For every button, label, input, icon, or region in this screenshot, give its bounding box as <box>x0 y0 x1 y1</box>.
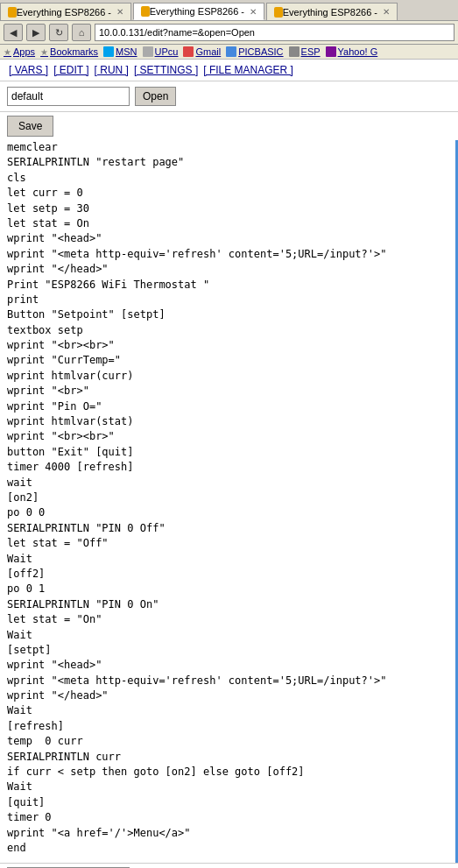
nav-settings[interactable]: [ SETTINGS ] <box>132 63 200 77</box>
bm-picbasic-icon <box>226 46 236 57</box>
bm-yahoo-icon <box>326 46 336 57</box>
bm-yahoo[interactable]: Yahoo! G <box>326 46 378 57</box>
bm-esp-label: ESP <box>301 46 321 57</box>
bm-msn[interactable]: MSN <box>103 46 137 57</box>
nav-run[interactable]: [ RUN ] <box>93 63 130 77</box>
bm-esp[interactable]: ESP <box>289 46 321 57</box>
nav-vars[interactable]: [ VARS ] <box>7 63 50 77</box>
browser-tab-2[interactable]: Everything ESP8266 - ✕ <box>133 3 264 20</box>
bookmarks-bar: ★ Apps ★ Bookmarks MSN UPcu Gmail PICBAS… <box>0 45 458 60</box>
back-button[interactable]: ◀ <box>4 24 23 41</box>
bm-msn-label: MSN <box>116 46 137 57</box>
nav-bar: [ VARS ] [ EDIT ] [ RUN ] [ SETTINGS ] [… <box>0 60 458 81</box>
bm-upcu-label: UPcu <box>155 46 179 57</box>
home-button[interactable]: ⌂ <box>72 24 91 41</box>
open-section: Open <box>0 81 458 112</box>
bm-bookmarks-label: Bookmarks <box>50 46 98 57</box>
tab-close-3[interactable]: ✕ <box>383 7 390 17</box>
save-section: Save <box>0 112 458 140</box>
browser-tab-1[interactable]: Everything ESP8266 - ✕ <box>0 3 131 20</box>
browser-toolbar: ◀ ▶ ↻ ⌂ <box>0 21 458 45</box>
tab-label-2: Everything ESP8266 - <box>150 6 244 17</box>
forward-button[interactable]: ▶ <box>26 24 46 41</box>
browser-tabs: Everything ESP8266 - ✕ Everything ESP826… <box>0 0 458 21</box>
tab-favicon-1 <box>8 7 17 18</box>
bm-star-icon: ★ <box>4 47 11 57</box>
tab-close-2[interactable]: ✕ <box>250 7 257 17</box>
bm-star-icon-2: ★ <box>40 47 48 57</box>
bm-bookmarks[interactable]: ★ Bookmarks <box>40 46 98 57</box>
page-content: [ VARS ] [ EDIT ] [ RUN ] [ SETTINGS ] [… <box>0 60 458 868</box>
bm-apps-label: Apps <box>13 46 35 57</box>
bm-upcu-icon <box>143 46 153 57</box>
bm-upcu[interactable]: UPcu <box>143 46 179 57</box>
address-bar[interactable] <box>95 24 454 41</box>
tab-label-1: Everything ESP8266 - <box>17 7 111 18</box>
bm-gmail-icon <box>183 46 194 57</box>
bm-yahoo-label: Yahoo! G <box>338 46 378 57</box>
code-content: memclear SERIALPRINTLN "restart page" cl… <box>7 140 448 856</box>
browser-tab-3[interactable]: Everything ESP8266 - ✕ <box>266 3 398 20</box>
open-input[interactable] <box>7 87 130 106</box>
tab-favicon-2 <box>141 6 150 17</box>
open-button[interactable]: Open <box>135 87 176 106</box>
tab-label-3: Everything ESP8266 - <box>283 7 377 18</box>
bm-picbasic[interactable]: PICBASIC <box>226 46 283 57</box>
bm-msn-icon <box>103 46 114 57</box>
tab-favicon-3 <box>274 7 283 18</box>
saved-bar <box>0 863 458 868</box>
bm-apps[interactable]: ★ Apps <box>4 46 35 57</box>
bm-picbasic-label: PICBASIC <box>238 46 283 57</box>
nav-file-manager[interactable]: [ FILE MANAGER ] <box>201 63 295 77</box>
code-editor[interactable]: memclear SERIALPRINTLN "restart page" cl… <box>0 140 458 863</box>
bm-esp-icon <box>289 46 299 57</box>
nav-edit[interactable]: [ EDIT ] <box>52 63 90 77</box>
tab-close-1[interactable]: ✕ <box>116 7 123 17</box>
address-bar-container <box>95 24 454 41</box>
bm-gmail-label: Gmail <box>195 46 221 57</box>
refresh-button[interactable]: ↻ <box>49 24 68 41</box>
bm-gmail[interactable]: Gmail <box>183 46 221 57</box>
save-button[interactable]: Save <box>7 116 53 137</box>
